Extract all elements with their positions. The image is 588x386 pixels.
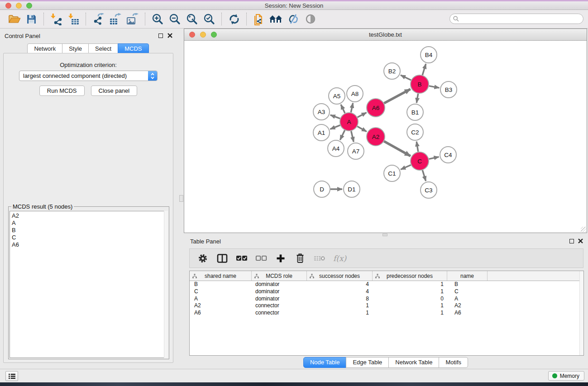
- float-panel-icon[interactable]: [158, 33, 163, 38]
- close-panel-button[interactable]: Close panel: [91, 86, 138, 96]
- toolbar-separator: [145, 13, 145, 25]
- graph-edge-A2-C[interactable]: [384, 141, 411, 156]
- show-graphics-details-button[interactable]: [302, 11, 319, 27]
- graph-edge-A-A5[interactable]: [341, 105, 345, 113]
- function-builder-button[interactable]: f(x): [333, 254, 346, 263]
- column-header-label: name: [460, 273, 474, 279]
- zoom-fit-button[interactable]: [183, 11, 201, 27]
- table-settings-button[interactable]: [197, 253, 209, 264]
- first-neighbors-button[interactable]: [268, 11, 285, 27]
- graph-edge-A6-B[interactable]: [384, 89, 411, 103]
- mcds-result-item[interactable]: A6: [10, 241, 167, 248]
- task-history-button[interactable]: [5, 371, 18, 381]
- table-row[interactable]: Bdominator41B: [190, 281, 583, 288]
- graph-node-label-D: D: [320, 186, 324, 193]
- column-header-mcds-role[interactable]: MCDS role: [252, 271, 307, 281]
- graph-edge-A-A1[interactable]: [330, 125, 340, 129]
- column-header-shared-name[interactable]: shared name: [190, 271, 252, 281]
- mcds-result-item[interactable]: A: [10, 219, 167, 227]
- graph-edge-B-B2[interactable]: [401, 75, 411, 80]
- open-file-button[interactable]: [5, 11, 23, 27]
- search-input[interactable]: [461, 16, 583, 22]
- eye-icon: [305, 14, 316, 24]
- graph-node-label-C3: C3: [425, 187, 432, 194]
- refresh-button[interactable]: [225, 11, 243, 27]
- export-table-button[interactable]: [107, 11, 124, 27]
- graph-node-label-A3: A3: [318, 109, 325, 115]
- export-image-button[interactable]: [124, 11, 141, 27]
- table-cell: B: [447, 281, 488, 288]
- destroy-table-button[interactable]: [314, 253, 325, 264]
- select-all-columns-button[interactable]: [236, 253, 248, 264]
- main-titlebar: Session: New Session: [0, 1, 588, 10]
- graph-edge-C-C2[interactable]: [416, 142, 418, 152]
- deselect-all-columns-button[interactable]: [255, 253, 267, 264]
- graph-edge-B-B4[interactable]: [422, 64, 426, 75]
- control-panel: Control Panel NetworkStyleSelectMCDS Opt…: [0, 29, 177, 369]
- column-header-name[interactable]: name: [447, 271, 488, 281]
- tree-icon: [375, 274, 380, 278]
- mcds-result-scrollbar[interactable]: [164, 211, 168, 358]
- mcds-result-item[interactable]: C: [10, 234, 167, 241]
- run-mcds-button[interactable]: Run MCDS: [39, 86, 85, 96]
- graph-edge-B-B1[interactable]: [416, 94, 418, 103]
- column-header-successor-nodes[interactable]: successor nodes: [307, 271, 373, 281]
- control-panel-title: Control Panel: [5, 33, 40, 39]
- table-cell: dominator: [252, 281, 307, 288]
- graph-edge-B-B3[interactable]: [429, 86, 440, 88]
- gear-icon: [198, 253, 208, 263]
- zoom-selected-button[interactable]: [201, 11, 218, 27]
- close-panel-icon[interactable]: [167, 33, 172, 38]
- zoom-in-button[interactable]: [149, 11, 166, 27]
- table-close-panel-icon[interactable]: [578, 238, 583, 243]
- table-tab-edge-table[interactable]: Edge Table: [346, 357, 389, 368]
- table-cell: 1: [373, 302, 447, 310]
- toggle-panel-layout-button[interactable]: [216, 253, 228, 264]
- delete-columns-button[interactable]: [294, 253, 306, 264]
- table-row[interactable]: Adominator80A: [190, 295, 583, 303]
- mcds-result-list[interactable]: A2ABCA6: [10, 211, 168, 358]
- duplicate-network-button[interactable]: [250, 11, 268, 27]
- resize-grip[interactable]: [581, 227, 586, 232]
- graph-edge-A-A4[interactable]: [340, 130, 344, 140]
- search-field[interactable]: [449, 14, 583, 24]
- graph-edge-C-C3[interactable]: [422, 170, 425, 181]
- mcds-result-item[interactable]: B: [10, 227, 167, 234]
- graph-edge-A-A6[interactable]: [358, 113, 367, 118]
- table-scrollbar[interactable]: [579, 271, 583, 355]
- add-column-button[interactable]: [275, 253, 287, 264]
- export-network-button[interactable]: [90, 11, 107, 27]
- graph-node-label-B3: B3: [445, 86, 453, 93]
- table-row[interactable]: A2connector11A2: [190, 302, 583, 310]
- table-float-panel-icon[interactable]: [569, 239, 574, 243]
- network-window-titlebar[interactable]: testGlobe.txt: [184, 29, 587, 41]
- graph-edge-C-C1[interactable]: [401, 165, 411, 170]
- status-bar: Memory: [0, 369, 588, 382]
- graph-edge-A-A3[interactable]: [330, 115, 340, 119]
- export-table-icon: [109, 13, 122, 25]
- graph-edge-A-A8[interactable]: [351, 103, 353, 113]
- table-cell: C: [447, 288, 488, 295]
- memory-button[interactable]: Memory: [548, 371, 584, 381]
- table-row[interactable]: A6connector11A6: [190, 310, 583, 317]
- table-tab-node-table[interactable]: Node Table: [303, 357, 347, 368]
- split-divider-handle[interactable]: [179, 195, 183, 202]
- table-tab-motifs[interactable]: Motifs: [439, 357, 468, 368]
- tree-icon: [310, 274, 314, 278]
- mcds-result-item[interactable]: A2: [10, 211, 167, 219]
- graph-edge-C-C4[interactable]: [429, 157, 439, 159]
- table-cell: A2: [447, 302, 488, 310]
- network-canvas[interactable]: B4B2BB3A5A8A6A3AB1A1A2C2A4A7C4CC1C3DD1: [184, 41, 587, 233]
- table-row[interactable]: Cdominator41C: [190, 288, 583, 295]
- import-network-button[interactable]: [48, 11, 65, 27]
- table-tab-network-table[interactable]: Network Table: [388, 357, 439, 368]
- column-header-label: successor nodes: [319, 273, 360, 279]
- import-table-button[interactable]: [65, 11, 82, 27]
- column-header-predecessor-nodes[interactable]: predecessor nodes: [373, 271, 447, 281]
- optimization-criterion-dropdown[interactable]: largest connected component (directed): [19, 71, 158, 81]
- graph-edge-A-A7[interactable]: [351, 131, 354, 142]
- graph-edge-A-A2[interactable]: [357, 126, 367, 132]
- zoom-out-button[interactable]: [166, 11, 183, 27]
- save-session-button[interactable]: [23, 11, 40, 27]
- hide-labels-button[interactable]: [285, 11, 302, 27]
